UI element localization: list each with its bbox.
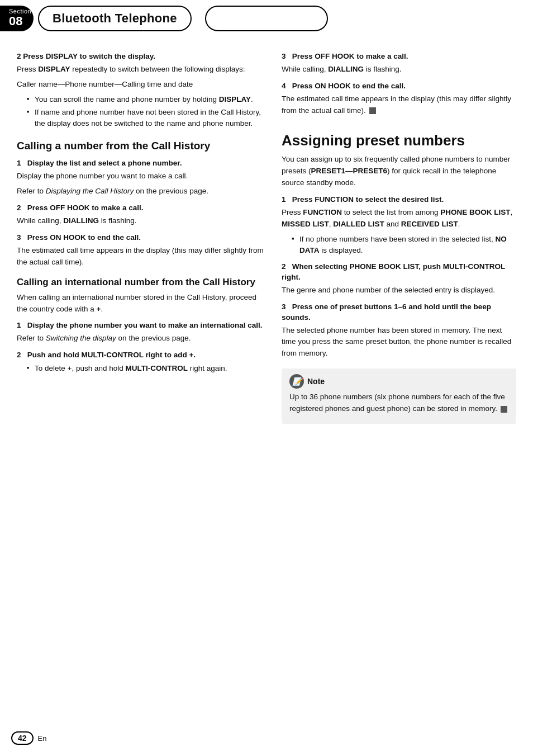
note-header: 📝 Note — [289, 374, 508, 389]
section-badge: Section 08 — [0, 6, 34, 31]
preset-step3-heading: 3 Press one of preset buttons 1–6 and ho… — [282, 302, 516, 323]
step2-display-para1: Press DISPLAY repeatedly to switch betwe… — [17, 64, 265, 75]
section-call-history-title: Calling a number from the Call History — [17, 139, 265, 153]
section-preset-intro: You can assign up to six frequently call… — [282, 154, 516, 189]
step2-display-heading: 2 Press DISPLAY to switch the display. — [17, 51, 265, 62]
display-bold2: DISPLAY — [219, 95, 251, 103]
section-international-intro: When calling an international number sto… — [17, 292, 265, 315]
step1-callhistory-heading: 1 Display the list and select a phone nu… — [17, 158, 265, 169]
right-column: 3 Press OFF HOOK to make a call. While c… — [282, 46, 516, 424]
intl-step1-italic: Switching the display — [46, 334, 116, 342]
phonebook-bold: PHONE BOOK LIST — [440, 208, 510, 216]
header-right-pill — [205, 6, 328, 31]
preset-step1-para: Press FUNCTION to select the list from a… — [282, 207, 516, 230]
section-number: 08 — [9, 14, 22, 29]
language-label: En — [38, 734, 47, 743]
step1-callhistory-italic: Displaying the Call History — [46, 187, 134, 195]
intl-step2-heading: 2 Push and hold MULTI-CONTROL right to a… — [17, 350, 265, 361]
page-title: Bluetooth Telephone — [53, 11, 177, 26]
intl-step1-para: Refer to Switching the display on the pr… — [17, 333, 265, 344]
received-bold: RECEIVED LIST — [401, 220, 458, 228]
page-header: Section 08 Bluetooth Telephone — [0, 0, 533, 35]
section-label: Section — [9, 8, 31, 15]
note-box: 📝 Note Up to 36 phone numbers (six phone… — [282, 368, 516, 424]
content-area: 2 Press DISPLAY to switch the display. P… — [0, 35, 533, 435]
nodata-bold: NO DATA — [299, 235, 507, 254]
step2-offhook-heading: 2 Press OFF HOOK to make a call. — [17, 203, 265, 214]
dialled-bold: DIALLED LIST — [333, 220, 384, 228]
step1-callhistory-para2: Refer to Displaying the Call History on … — [17, 186, 265, 197]
title-pill: Bluetooth Telephone — [38, 6, 192, 31]
preset-step1-heading: 1 Press FUNCTION to select the desired l… — [282, 195, 516, 205]
step2-bullets: You can scroll the name and phone number… — [27, 94, 265, 130]
display-bold: DISPLAY — [38, 65, 70, 73]
preset-step3-para: The selected phone number has been store… — [282, 325, 516, 360]
dialling-bold2: DIALLING — [328, 65, 364, 73]
note-icon: 📝 — [289, 374, 304, 389]
page: Section 08 Bluetooth Telephone 2 Press D… — [0, 0, 533, 756]
right-step3-para: While calling, DIALLING is flashing. — [282, 64, 516, 75]
multicontrol-bold: MULTI-CONTROL — [126, 364, 188, 372]
step2-offhook-para: While calling, DIALLING is flashing. — [17, 215, 265, 227]
right-step3-heading: 3 Press OFF HOOK to make a call. — [282, 51, 516, 62]
plus-bold: + — [97, 305, 101, 313]
step2-display-para2: Caller name—Phone number—Calling time an… — [17, 79, 265, 91]
bullet-item: If name and phone number have not been s… — [27, 107, 265, 130]
stop-symbol2 — [501, 406, 507, 413]
section-preset-title: Assigning preset numbers — [282, 131, 516, 150]
step3-onhook-heading: 3 Press ON HOOK to end the call. — [17, 233, 265, 243]
intl-step2-bullet: To delete +, push and hold MULTI-CONTROL… — [27, 363, 265, 374]
step3-onhook-para: The estimated call time appears in the d… — [17, 245, 265, 268]
right-step4-heading: 4 Press ON HOOK to end the call. — [282, 81, 516, 92]
step2-display-heading-text: 2 Press DISPLAY to switch the display. — [17, 52, 155, 60]
preset-step1-bullet: If no phone numbers have been stored in … — [292, 234, 516, 257]
step1-callhistory-para1: Display the phone number you want to mak… — [17, 171, 265, 182]
page-footer: 42 En — [11, 731, 46, 745]
note-text: Up to 36 phone numbers (six phone number… — [289, 391, 508, 415]
preset-step2-para: The genre and phone number of the select… — [282, 285, 516, 296]
note-label: Note — [307, 377, 325, 386]
stop-symbol — [369, 107, 376, 114]
intl-step1-heading: 1 Display the phone number you want to m… — [17, 320, 265, 331]
intl-step2-bullets: To delete +, push and hold MULTI-CONTROL… — [27, 363, 265, 374]
preset-step2-heading: 2 When selecting PHONE BOOK LIST, push M… — [282, 262, 516, 283]
function-bold: FUNCTION — [303, 208, 342, 216]
preset-bold: PRESET1—PRESET6 — [311, 167, 388, 175]
dialling-bold: DIALLING — [63, 216, 99, 225]
missed-bold: MISSED LIST — [282, 220, 329, 228]
left-column: 2 Press DISPLAY to switch the display. P… — [17, 46, 265, 424]
bullet-item: You can scroll the name and phone number… — [27, 94, 265, 105]
section-international-title: Calling an international number from the… — [17, 276, 265, 289]
right-step4-para: The estimated call time appears in the d… — [282, 93, 516, 117]
page-number: 42 — [11, 731, 34, 745]
preset-step1-bullets: If no phone numbers have been stored in … — [292, 234, 516, 257]
